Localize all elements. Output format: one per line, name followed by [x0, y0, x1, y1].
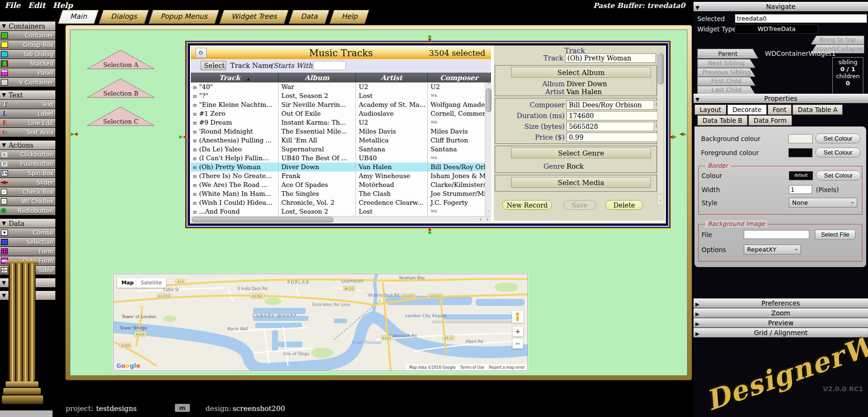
table-row[interactable]: ⊞(Wish I Could) Hidea...Chronicle, Vol. …	[191, 198, 491, 207]
repeat-options-select[interactable]: RepeatXY	[744, 245, 801, 254]
zoom-in-button[interactable]: +	[513, 327, 523, 336]
report-error-link[interactable]: Report a map error	[489, 365, 525, 370]
select-media-button[interactable]: Select Media	[511, 177, 651, 188]
save-button[interactable]: Save	[563, 200, 596, 210]
palette-section-containers[interactable]: ▼Containers	[0, 22, 55, 30]
border-width-input[interactable]	[789, 185, 812, 194]
next-sibling-button[interactable]: Next Sibling	[697, 59, 755, 68]
menu-edit[interactable]: Edit	[28, 1, 45, 10]
tab-dialogs[interactable]: Dialogs	[98, 10, 149, 24]
palette-item-label[interactable]: LLabel	[0, 109, 55, 118]
satellite-view-button[interactable]: Satellite	[136, 278, 166, 288]
scroll-up-icon[interactable]: ˄	[485, 82, 491, 88]
tab-widget-trees[interactable]: Widget Trees	[219, 10, 289, 24]
select-genre-button[interactable]: Select Genre	[511, 148, 651, 158]
palette-item-v-container[interactable]: V Container	[0, 78, 55, 87]
palette-item-wt-chkbox[interactable]: ✓Wt ChkBox	[0, 197, 55, 206]
palette-item-slider[interactable]: Slider	[0, 178, 55, 187]
first-child-button[interactable]: First Child	[697, 77, 755, 86]
tab-help[interactable]: Help	[329, 10, 370, 24]
parent-button[interactable]: Parent	[697, 49, 758, 59]
zoom-out-button[interactable]: −	[513, 339, 523, 349]
drag-handle-right-arrow[interactable]: ◀	[669, 134, 673, 139]
tab-data-form[interactable]: Data Form	[748, 115, 792, 126]
palette-section-actions[interactable]: ▼Actions	[0, 141, 55, 149]
palette-item-text-area[interactable]: TAText Area	[0, 128, 55, 137]
menu-file[interactable]: File	[5, 1, 21, 10]
terms-link[interactable]: Terms of Use	[460, 365, 484, 370]
table-row[interactable]: ⊞(There Is) No Greate...FrankAmy Winehou…	[191, 171, 491, 180]
expand-icon[interactable]: ⊞	[193, 112, 196, 117]
expand-icon[interactable]: ⊞	[193, 129, 196, 134]
palette-item-selection[interactable]: Selection	[0, 238, 55, 246]
border-style-select[interactable]: None	[789, 198, 857, 208]
expand-icon[interactable]: ⊞	[193, 201, 196, 206]
drag-handle-top-arrow[interactable]: ▼	[428, 38, 432, 43]
palette-item-stacked[interactable]: Stacked	[0, 59, 55, 68]
palette-item-check-box[interactable]: ✓Check Box	[0, 187, 55, 196]
section-preview[interactable]: ▶Preview	[694, 318, 868, 328]
tab-data[interactable]: Data	[288, 10, 330, 24]
expand-icon[interactable]: ⊞	[193, 192, 196, 197]
set-foreground-colour-button[interactable]: Set Colour	[815, 148, 860, 157]
palette-item-clickbutton[interactable]: cClickbutton	[0, 150, 55, 159]
table-row[interactable]: ⊞...And FoundLost, Season 2LostNUL	[191, 207, 491, 216]
expand-icon[interactable]: ⊞	[193, 94, 196, 99]
palette-item-pushbutton[interactable]: PPushbutton	[0, 159, 55, 168]
menu-help[interactable]: Help	[53, 1, 73, 10]
palette-item-spin-box[interactable]: 1⇅Spin Box	[0, 169, 55, 178]
duration-field[interactable]	[566, 111, 657, 120]
drag-handle-right[interactable]: ▶	[673, 134, 677, 139]
palette-item-panel[interactable]: Panel	[0, 68, 55, 77]
track-name-input[interactable]	[313, 61, 346, 70]
palette-item-line-edit[interactable]: ELine Edit	[0, 119, 55, 127]
palette-item-container[interactable]: Container	[0, 31, 55, 40]
file-input[interactable]	[744, 230, 809, 239]
pegman-icon[interactable]	[512, 311, 523, 323]
select-file-button[interactable]: Select File	[815, 230, 855, 239]
table-row[interactable]: ⊞#9 DreamInstant Karma: Th...U2NUL	[191, 118, 491, 127]
palette-item-tab-dialog[interactable]: Tab Dialog	[0, 50, 55, 59]
table-vscrollbar[interactable]: ˄ ˅	[485, 82, 491, 216]
palette-item-radiobutton[interactable]: Radiobutton	[0, 206, 55, 215]
expand-icon[interactable]: ⊞	[193, 85, 196, 90]
new-record-button[interactable]: New Record	[502, 200, 552, 210]
map-view-button[interactable]: Map	[117, 278, 138, 288]
properties-header[interactable]: ▼ Properties	[694, 94, 868, 103]
palette-item-group-box[interactable]: Group Box	[0, 40, 55, 49]
tab-data-table-a[interactable]: Data Table A	[793, 104, 843, 115]
palette-section-text[interactable]: ▼Text	[0, 90, 55, 99]
scroll-down-icon[interactable]: ˅	[485, 210, 491, 216]
table-row[interactable]: ⊞"Eine Kleine Nachtm...Sir Neville Marri…	[191, 100, 491, 109]
form-vscrollbar[interactable]: ˄ ˅	[657, 52, 664, 206]
expand-icon[interactable]: ⊞	[193, 156, 196, 161]
expand-icon[interactable]: ⊞	[193, 103, 196, 108]
drag-handle-left-arrow[interactable]: ◀	[183, 134, 187, 139]
palette-section-data[interactable]: ▼Data	[0, 219, 55, 228]
tab-decorate[interactable]: Decorate	[727, 104, 767, 115]
table-row[interactable]: ⊞(I Can't Help) Fallin...UB40 The Best O…	[191, 154, 491, 163]
tab-popup-menus[interactable]: Popup Menus	[149, 10, 220, 24]
tab-layout[interactable]: Layout	[694, 104, 726, 115]
expand-icon[interactable]: ⊞	[193, 209, 196, 215]
selection-frame[interactable]: ⟳ Music Tracks 3504 selected Select Trac…	[184, 40, 672, 229]
tab-main[interactable]: Main	[58, 10, 99, 24]
table-row[interactable]: ⊞(White Man) In Ham...The SinglesThe Cla…	[191, 189, 491, 198]
table-row[interactable]: ⊞(Da Le) YaleoSupernaturalSantanaSantana	[191, 145, 491, 154]
track-field[interactable]	[565, 53, 656, 63]
palette-item-form[interactable]: Form	[0, 247, 55, 256]
expand-icon[interactable]: ⊞	[193, 183, 196, 188]
scroll-left-icon[interactable]: ‹	[477, 216, 484, 223]
table-row[interactable]: ⊞'Round MidnightThe Essential Mile...Mil…	[191, 127, 491, 136]
expand-icon[interactable]: ⊞	[193, 147, 196, 152]
table-row[interactable]: ⊞#1 ZeroOut Of ExileAudioslaveCornell, C…	[191, 109, 491, 118]
scroll-right-icon[interactable]: ›	[484, 216, 491, 223]
set-border-colour-button[interactable]: Set Colour	[816, 171, 861, 180]
size-field[interactable]	[566, 122, 655, 131]
delete-button[interactable]: Delete	[605, 200, 643, 210]
expand-icon[interactable]: ⊞	[193, 138, 196, 143]
select-button[interactable]: Select	[201, 61, 226, 70]
section-zoom[interactable]: ▶Zoom	[694, 308, 868, 318]
expand-icon[interactable]: ⊞	[193, 120, 196, 126]
table-row[interactable]: ⊞(Anesthesia) Pulling ...Kill 'Em AllMet…	[191, 136, 491, 145]
